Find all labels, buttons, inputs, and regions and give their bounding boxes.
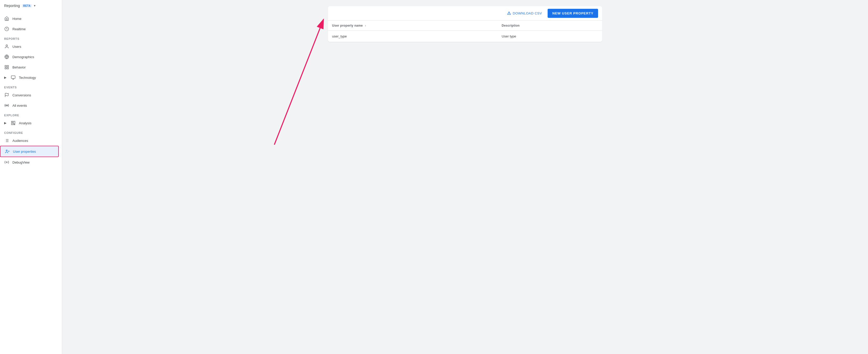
section-configure: CONFIGURE <box>0 128 62 135</box>
technology-expand-icon: ▶ <box>4 76 6 79</box>
sidebar-item-analysis[interactable]: ▶ Analysis <box>0 118 59 128</box>
download-csv-button[interactable]: DOWNLOAD CSV <box>504 9 545 17</box>
sidebar: Reporting BETA ▾ Home Realtime <box>0 0 62 354</box>
sidebar-item-debugview-label: DebugView <box>12 161 30 164</box>
svg-rect-16 <box>14 124 15 125</box>
sidebar-item-realtime-label: Realtime <box>12 27 26 31</box>
sidebar-item-audiences-label: Audiences <box>12 139 28 143</box>
sidebar-item-users-label: Users <box>12 45 21 48</box>
svg-point-12 <box>6 105 7 106</box>
svg-rect-14 <box>11 123 13 125</box>
sidebar-item-demographics[interactable]: Demographics <box>0 52 59 62</box>
sidebar-item-all-events[interactable]: All events <box>0 100 59 111</box>
section-explore: EXPLORE <box>0 111 62 118</box>
svg-rect-15 <box>14 121 15 123</box>
realtime-icon <box>4 26 9 32</box>
svg-rect-8 <box>11 76 15 78</box>
table-header-row: User property name ↑ Description <box>328 21 602 31</box>
beta-badge: BETA <box>22 4 32 7</box>
sidebar-item-behavior[interactable]: Behavior <box>0 62 59 72</box>
sidebar-item-behavior-label: Behavior <box>12 65 26 69</box>
download-csv-label: DOWNLOAD CSV <box>513 11 542 15</box>
svg-rect-7 <box>7 68 8 69</box>
main-content: DOWNLOAD CSV NEW USER PROPERTY User prop… <box>62 0 868 354</box>
sidebar-item-user-properties-label: User properties <box>13 150 36 153</box>
sidebar-item-analysis-label: Analysis <box>19 121 31 125</box>
analysis-expand-icon: ▶ <box>4 121 6 125</box>
users-icon <box>4 44 9 49</box>
svg-point-23 <box>6 150 7 151</box>
sidebar-item-home[interactable]: Home <box>0 13 59 24</box>
col-name-label: User property name <box>332 24 363 27</box>
svg-rect-5 <box>7 65 8 67</box>
col-user-property-name: User property name ↑ <box>328 21 498 31</box>
debugview-icon <box>4 160 9 165</box>
sidebar-item-audiences[interactable]: Audiences <box>0 135 59 146</box>
sidebar-item-technology[interactable]: ▶ Technology <box>0 72 59 83</box>
new-user-property-button[interactable]: NEW USER PROPERTY <box>548 9 598 18</box>
sidebar-header: Reporting BETA ▾ <box>0 0 62 11</box>
behavior-icon <box>4 65 9 70</box>
section-events: EVENTS <box>0 83 62 90</box>
arrows-overlay <box>62 0 868 354</box>
user-properties-table-card: DOWNLOAD CSV NEW USER PROPERTY User prop… <box>328 6 602 42</box>
section-reports: REPORTS <box>0 34 62 41</box>
sidebar-item-all-events-label: All events <box>12 104 27 107</box>
technology-icon <box>10 75 16 80</box>
col-description: Description <box>498 21 602 31</box>
all-events-icon <box>4 103 9 108</box>
sidebar-item-realtime[interactable]: Realtime <box>0 24 59 34</box>
sidebar-item-conversions-label: Conversions <box>12 93 31 97</box>
chevron-down-icon[interactable]: ▾ <box>34 4 35 7</box>
demographics-icon <box>4 54 9 60</box>
home-icon <box>4 16 9 21</box>
sidebar-item-technology-label: Technology <box>19 76 36 80</box>
sidebar-item-user-properties[interactable]: User properties <box>0 146 59 157</box>
svg-line-29 <box>274 20 323 145</box>
new-user-property-label: NEW USER PROPERTY <box>552 11 593 15</box>
svg-rect-4 <box>5 65 6 67</box>
table-row[interactable]: user_type User type <box>328 31 602 42</box>
user-property-description-cell: User type <box>498 31 602 42</box>
sidebar-item-home-label: Home <box>12 17 22 21</box>
sidebar-nav: Home Realtime REPORTS Users <box>0 11 62 170</box>
svg-rect-6 <box>5 68 6 69</box>
conversions-icon <box>4 93 9 98</box>
user-properties-icon <box>5 149 10 154</box>
analysis-icon <box>10 120 16 126</box>
svg-point-26 <box>6 162 7 163</box>
sort-icon[interactable]: ↑ <box>365 24 366 27</box>
sidebar-item-users[interactable]: Users <box>0 41 59 52</box>
sidebar-item-demographics-label: Demographics <box>12 55 34 59</box>
user-property-name-cell: user_type <box>328 31 498 42</box>
download-icon <box>507 11 511 16</box>
col-description-label: Description <box>502 24 520 27</box>
sidebar-title: Reporting <box>4 4 20 8</box>
sidebar-item-conversions[interactable]: Conversions <box>0 90 59 100</box>
svg-rect-13 <box>11 121 13 122</box>
table-toolbar: DOWNLOAD CSV NEW USER PROPERTY <box>328 6 602 21</box>
audiences-icon <box>4 138 9 143</box>
svg-point-1 <box>6 45 7 46</box>
sidebar-item-debugview[interactable]: DebugView <box>0 157 59 168</box>
user-properties-table: User property name ↑ Description user_ty… <box>328 21 602 42</box>
